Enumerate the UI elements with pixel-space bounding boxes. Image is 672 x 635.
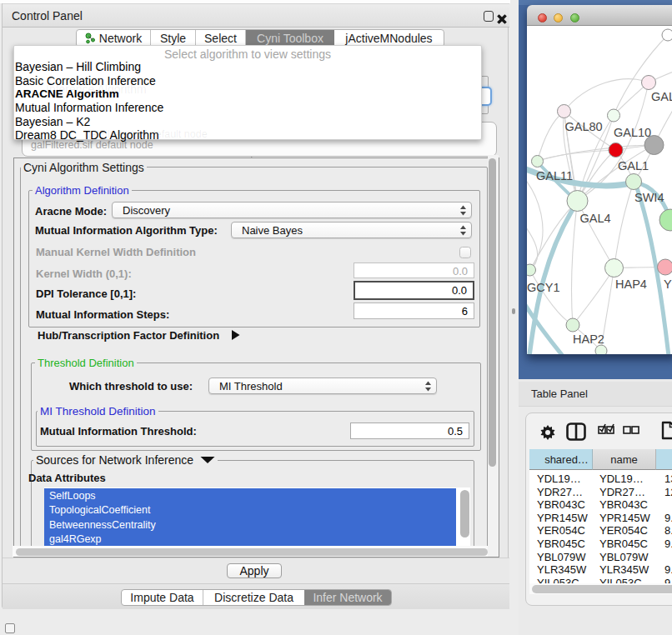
svg-text:GAL80: GAL80 xyxy=(565,120,603,133)
svg-text:GAL10: GAL10 xyxy=(614,126,651,139)
svg-text:Y: Y xyxy=(664,278,672,291)
svg-text:SWI4: SWI4 xyxy=(634,191,664,204)
svg-text:HAP2: HAP2 xyxy=(573,332,604,346)
svg-text:HAP4: HAP4 xyxy=(615,278,647,291)
svg-text:GAL1: GAL1 xyxy=(618,159,649,172)
svg-text:GAL7: GAL7 xyxy=(651,90,672,103)
svg-text:GAL11: GAL11 xyxy=(536,169,573,182)
svg-text:GAL4: GAL4 xyxy=(580,212,611,225)
svg-text:GCY1: GCY1 xyxy=(527,281,560,294)
